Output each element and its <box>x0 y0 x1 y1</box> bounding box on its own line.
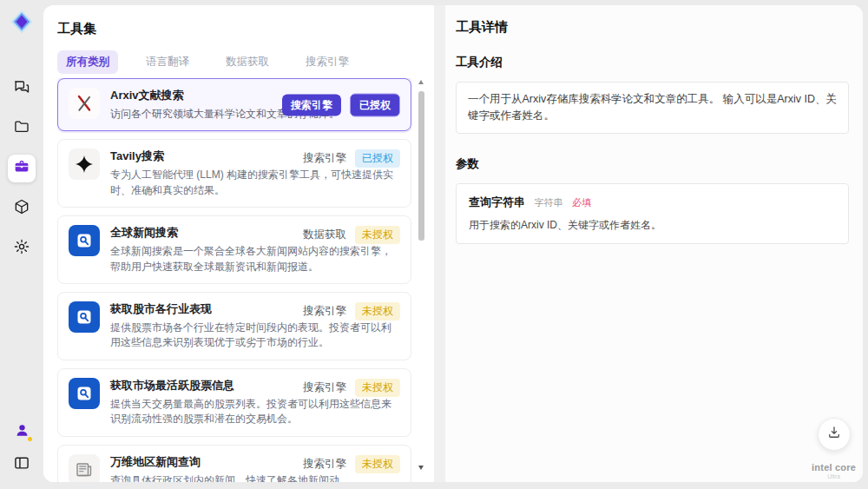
tool-intro-box: 一个用于从Arxiv存储库搜索科学论文和文章的工具。 输入可以是Arxiv ID… <box>456 82 849 134</box>
tool-badges: 搜索引擎 未授权 <box>303 302 400 320</box>
parameter-required-badge: 必填 <box>572 197 591 208</box>
tool-description: 专为人工智能代理 (LLM) 构建的搜索引擎工具，可快速提供实时、准确和真实的结… <box>110 168 400 198</box>
toolset-pane: 工具集 所有类别 语言翻译 数据获取 搜索引擎 Arxiv文献搜索 访问各个研究… <box>43 5 434 482</box>
auth-status-badge: 未授权 <box>355 455 400 473</box>
rail-nav <box>8 75 36 262</box>
sidebar-item-chat[interactable] <box>8 75 36 102</box>
category-label: 数据获取 <box>303 228 346 242</box>
scroll-down-arrow-icon[interactable] <box>418 466 424 470</box>
tool-description: 查询具体行政区划内的新闻，快速了解各地新闻动 <box>110 473 400 482</box>
sidebar-item-profile[interactable] <box>8 418 36 446</box>
scroll-up-arrow-icon[interactable] <box>418 80 424 84</box>
details-title: 工具详情 <box>456 19 849 36</box>
folder-icon <box>13 118 30 139</box>
arxiv-icon <box>69 88 100 119</box>
gear-icon <box>13 238 30 259</box>
tool-card-active-stocks[interactable]: 获取市场最活跃股票信息 提供当天交易量最高的股票列表。投资者可以利用这些信息来识… <box>57 368 411 437</box>
download-button[interactable] <box>818 418 851 451</box>
notification-dot <box>28 437 32 441</box>
stock-search-icon <box>69 301 100 333</box>
tool-description: 全球新闻搜索是一个聚合全球各大新闻网站内容的搜索引擎，帮助用户快速获取全球最新资… <box>110 244 400 274</box>
sidebar-item-models[interactable] <box>8 195 36 222</box>
parameter-card: 查询字符串 字符串 必填 用于搜索的Arxiv ID、关键字或作者姓名。 <box>456 183 849 245</box>
tool-description: 提供当天交易量最高的股票列表。投资者可以利用这些信息来识别流动性强的股票和潜在的… <box>110 397 400 427</box>
tool-card-tavily[interactable]: Tavily搜索 专为人工智能代理 (LLM) 构建的搜索引擎工具，可快速提供实… <box>57 139 411 208</box>
auth-status-badge: 已授权 <box>355 149 400 168</box>
category-label: 搜索引擎 <box>303 151 346 166</box>
intro-heading: 工具介绍 <box>456 55 849 70</box>
stock-search-icon <box>69 378 100 409</box>
parameter-description: 用于搜索的Arxiv ID、关键字或作者姓名。 <box>469 218 836 233</box>
tab-language-translation[interactable]: 语言翻译 <box>137 50 198 74</box>
auth-status-badge: 未授权 <box>355 379 400 397</box>
tab-search-engine[interactable]: 搜索引擎 <box>297 50 358 74</box>
tool-card-arxiv[interactable]: Arxiv文献搜索 访问各个研究领域大量科学论文和文章的存储库。 搜索引擎 已授… <box>57 78 411 131</box>
rail-bottom <box>8 418 36 479</box>
panel-icon <box>13 454 30 475</box>
sidebar-item-files[interactable] <box>8 115 36 142</box>
category-label: 搜索引擎 <box>303 304 346 319</box>
briefcase-icon <box>13 158 30 179</box>
newspaper-icon <box>69 454 100 482</box>
tool-badges: 搜索引擎 已授权 <box>282 93 400 116</box>
parameter-type: 字符串 <box>534 197 562 208</box>
tool-badges: 搜索引擎 已授权 <box>303 149 400 168</box>
tool-details-pane: 工具详情 工具介绍 一个用于从Arxiv存储库搜索科学论文和文章的工具。 输入可… <box>445 5 863 482</box>
params-heading: 参数 <box>456 156 849 172</box>
main-panel: 工具集 所有类别 语言翻译 数据获取 搜索引擎 Arxiv文献搜索 访问各个研究… <box>43 5 863 482</box>
sidebar-item-toolbox[interactable] <box>8 155 36 182</box>
tool-list-scrollbar[interactable] <box>418 80 424 470</box>
scrollbar-thumb[interactable] <box>418 91 424 241</box>
auth-status-badge: 未授权 <box>355 226 400 244</box>
auth-status-badge: 未授权 <box>355 302 400 320</box>
tool-badges: 搜索引擎 未授权 <box>303 379 400 397</box>
tool-badges: 数据获取 未授权 <box>303 226 400 244</box>
category-badge: 搜索引擎 <box>282 94 341 116</box>
download-icon <box>826 425 842 444</box>
tavily-star-icon <box>69 149 100 180</box>
chat-icon <box>13 78 30 99</box>
parameter-header: 查询字符串 字符串 必填 <box>469 194 836 210</box>
intel-core-logo: intel core Ultra <box>812 462 856 480</box>
tool-card-global-news[interactable]: 全球新闻搜索 全球新闻搜索是一个聚合全球各大新闻网站内容的搜索引擎，帮助用户快速… <box>57 215 411 284</box>
sidebar-item-settings[interactable] <box>8 235 36 262</box>
left-rail <box>0 0 43 489</box>
app-logo-icon <box>9 9 35 35</box>
tab-all-categories[interactable]: 所有类别 <box>57 50 118 74</box>
tool-list: Arxiv文献搜索 访问各个研究领域大量科学论文和文章的存储库。 搜索引擎 已授… <box>57 78 411 482</box>
parameter-name: 查询字符串 <box>469 195 525 208</box>
category-label: 搜索引擎 <box>303 380 346 395</box>
auth-status-badge: 已授权 <box>350 93 400 116</box>
tool-badges: 搜索引擎 未授权 <box>303 455 400 473</box>
pane-divider <box>434 5 445 482</box>
brand-text: intel core <box>812 462 856 473</box>
tab-data-fetch[interactable]: 数据获取 <box>217 50 278 74</box>
brand-subtext: Ultra <box>812 473 856 480</box>
tool-card-stock-sectors[interactable]: 获取股市各行业表现 提供股票市场各个行业在特定时间段内的表现。投资者可以利用这些… <box>57 292 411 360</box>
category-tabs: 所有类别 语言翻译 数据获取 搜索引擎 <box>57 50 358 74</box>
tool-description: 提供股票市场各个行业在特定时间段内的表现。投资者可以利用这些信息来识别表现优于或… <box>110 320 400 351</box>
sidebar-item-panel-toggle[interactable] <box>8 451 36 479</box>
tool-card-regional-news[interactable]: 万维地区新闻查询 查询具体行政区划内的新闻，快速了解各地新闻动 搜索引擎 未授权 <box>57 445 411 482</box>
category-label: 搜索引擎 <box>303 457 346 472</box>
tool-intro-text: 一个用于从Arxiv存储库搜索科学论文和文章的工具。 输入可以是Arxiv ID… <box>468 93 837 122</box>
cube-icon <box>13 198 30 219</box>
news-search-icon <box>69 225 100 256</box>
toolset-title: 工具集 <box>57 21 96 37</box>
